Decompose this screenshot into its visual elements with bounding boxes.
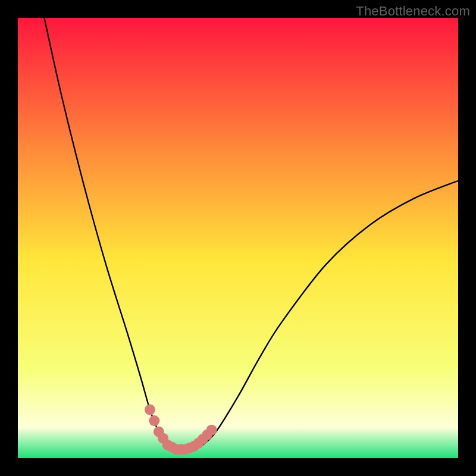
- bottleneck-curve: [18, 18, 458, 458]
- highlight-marker: [149, 415, 159, 426]
- highlight-marker: [206, 425, 217, 436]
- highlight-marker: [145, 405, 155, 415]
- plot-area: [18, 18, 458, 458]
- chart-frame: TheBottleneck.com: [0, 0, 476, 476]
- watermark-text: TheBottleneck.com: [356, 4, 470, 19]
